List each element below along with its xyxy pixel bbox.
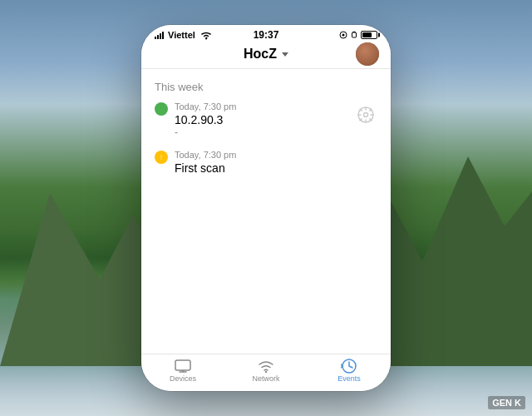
status-time: 19:37 [254, 29, 279, 41]
avatar-image [356, 42, 379, 66]
tab-network[interactable]: Network [224, 359, 308, 383]
battery-icon [361, 31, 377, 39]
tab-events[interactable]: Events [308, 359, 391, 383]
header-title-group[interactable]: HocZ [244, 47, 288, 62]
svg-rect-16 [175, 360, 190, 370]
orientation-icon [350, 31, 358, 39]
header-title-text: HocZ [244, 47, 277, 62]
section-title: This week [155, 81, 377, 93]
signal-bar-2 [157, 35, 159, 39]
svg-point-2 [342, 34, 345, 37]
status-bar: Viettel 19:37 [141, 25, 391, 42]
svg-point-19 [265, 371, 267, 373]
battery-body [361, 31, 377, 39]
event-name-2: First scan [175, 161, 377, 175]
carrier-label: Viettel [168, 30, 195, 40]
svg-rect-3 [352, 32, 357, 37]
network-tab-icon [257, 359, 275, 373]
tab-events-label: Events [337, 374, 361, 383]
tab-devices[interactable]: Devices [141, 359, 224, 383]
svg-point-5 [364, 113, 368, 117]
event-item-2[interactable]: Today, 7:30 pm First scan [155, 150, 377, 175]
signal-bar-3 [160, 33, 161, 39]
genk-badge: GEN K [488, 396, 525, 409]
tab-devices-label: Devices [170, 374, 196, 383]
devices-tab-icon [174, 359, 192, 373]
phone-frame: Viettel 19:37 [141, 25, 391, 391]
tab-bar: Devices Network [141, 354, 391, 391]
event-time-1: Today, 7:30 pm [175, 102, 347, 111]
wifi-icon [200, 31, 212, 40]
event-details-2: Today, 7:30 pm First scan [175, 150, 377, 175]
events-clock-icon [341, 358, 357, 374]
event-sub-1: - [175, 126, 347, 138]
signal-bar-4 [162, 32, 164, 39]
wifi-tab-icon [258, 359, 274, 373]
status-carrier: Viettel [155, 30, 212, 40]
alert-icon [157, 153, 165, 161]
svg-point-15 [160, 158, 161, 159]
event-item-1[interactable]: Today, 7:30 pm 10.2.90.3 - [155, 102, 377, 138]
event-time-2: Today, 7:30 pm [175, 150, 377, 160]
event-icon-green [155, 102, 168, 116]
signal-icon [155, 31, 164, 39]
event-details-1: Today, 7:30 pm 10.2.90.3 - [175, 102, 347, 138]
chevron-down-icon [282, 52, 288, 57]
gear-icon [357, 106, 375, 124]
event-name-1: 10.2.90.3 [175, 113, 347, 126]
tab-network-label: Network [252, 374, 279, 383]
content-area: This week Today, 7:30 pm 10.2.90.3 - [141, 69, 391, 354]
screen-record-icon [339, 31, 347, 39]
signal-bar-1 [155, 37, 156, 39]
event-icon-yellow [155, 151, 168, 164]
events-tab-icon [340, 359, 358, 373]
app-header: HocZ [141, 42, 391, 69]
avatar[interactable] [356, 42, 379, 66]
svg-point-0 [205, 37, 207, 39]
monitor-icon [175, 359, 191, 373]
settings-button[interactable] [354, 103, 377, 126]
battery-fill [362, 32, 372, 37]
status-right-icons [339, 31, 377, 39]
